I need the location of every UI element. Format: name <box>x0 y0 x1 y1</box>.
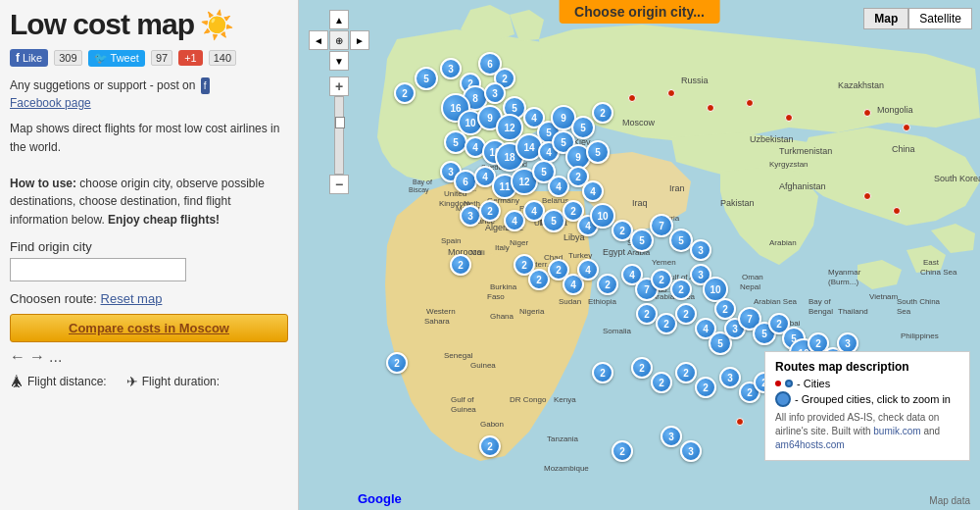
facebook-count: 309 <box>54 50 81 66</box>
gplus-count: 140 <box>209 50 236 66</box>
svg-text:Iraq: Iraq <box>632 198 648 208</box>
svg-text:Sea: Sea <box>897 307 911 316</box>
zoom-track[interactable] <box>334 96 344 175</box>
city-marker[interactable]: 3 <box>440 58 462 79</box>
svg-text:Yemen: Yemen <box>652 258 676 267</box>
city-marker[interactable]: 2 <box>670 279 692 300</box>
city-marker[interactable]: 5 <box>415 67 438 90</box>
city-dot[interactable] <box>736 418 744 426</box>
city-marker[interactable]: 5 <box>444 130 467 154</box>
city-marker[interactable]: 5 <box>571 116 595 139</box>
arrow-row: ← → ... <box>10 348 288 366</box>
city-marker[interactable]: 3 <box>690 239 711 261</box>
city-marker[interactable]: 2 <box>675 303 697 325</box>
map-controls: ▲ ◄ ⊕ ► ▼ + − <box>309 10 369 194</box>
map-type-map-button[interactable]: Map <box>863 8 908 29</box>
city-marker[interactable]: 4 <box>577 259 599 280</box>
flight-duration-item: ✈ Flight duration: <box>126 374 220 389</box>
pan-right-button[interactable]: ► <box>350 30 369 50</box>
svg-text:Burkina: Burkina <box>490 282 517 291</box>
city-marker[interactable]: 2 <box>592 362 613 383</box>
svg-text:Niger: Niger <box>510 238 528 247</box>
find-origin-label: Find origin city <box>10 239 288 254</box>
city-marker[interactable]: 2 <box>386 352 408 374</box>
city-dot[interactable] <box>893 207 901 215</box>
choose-origin-banner[interactable]: Choose origin city... <box>559 0 720 24</box>
svg-text:China: China <box>892 144 915 154</box>
city-marker[interactable]: 2 <box>651 372 672 393</box>
city-marker[interactable]: 2 <box>631 357 653 379</box>
city-dot[interactable] <box>863 192 871 200</box>
city-dot[interactable] <box>785 114 793 122</box>
city-dot[interactable] <box>628 94 636 102</box>
compare-costs-button[interactable]: Compare costs in Moscow <box>10 314 288 342</box>
pan-up-button[interactable]: ▲ <box>329 10 349 29</box>
svg-text:DR Congo: DR Congo <box>510 395 547 404</box>
city-marker[interactable]: 2 <box>651 269 672 290</box>
find-origin-input[interactable] <box>10 258 186 281</box>
city-marker[interactable]: 5 <box>586 140 610 164</box>
facebook-page-link[interactable]: Facebook page <box>10 96 91 110</box>
city-marker[interactable]: 3 <box>719 367 741 388</box>
city-marker[interactable]: 4 <box>548 176 569 197</box>
left-panel: Low cost map ☀️ f Like 309 🐦 Tweet 97 +1… <box>0 0 299 510</box>
pan-down-button[interactable]: ▼ <box>329 51 349 71</box>
legend-link2[interactable]: am64hosts.com <box>775 439 845 450</box>
svg-text:Egypt: Egypt <box>603 247 626 257</box>
svg-text:Sahara: Sahara <box>424 317 450 326</box>
svg-text:Thailand: Thailand <box>838 307 868 316</box>
city-marker[interactable]: 4 <box>504 210 525 231</box>
city-marker[interactable]: 3 <box>680 440 702 462</box>
city-marker[interactable]: 2 <box>636 303 658 325</box>
svg-text:Tanzania: Tanzania <box>547 434 579 443</box>
city-dot[interactable] <box>746 99 754 107</box>
city-marker[interactable]: 2 <box>675 362 697 383</box>
svg-text:Mozambique: Mozambique <box>544 464 589 473</box>
zoom-out-button[interactable]: − <box>329 175 349 194</box>
city-dot[interactable] <box>707 104 714 112</box>
svg-text:Mongolia: Mongolia <box>877 105 913 115</box>
city-marker[interactable]: 4 <box>582 180 604 202</box>
city-dot[interactable] <box>903 124 910 131</box>
zoom-thumb[interactable] <box>335 117 345 128</box>
legend-link1[interactable]: bumik.com <box>873 426 920 436</box>
svg-text:Nepal: Nepal <box>740 282 760 291</box>
city-dot[interactable] <box>863 109 871 117</box>
tweet-button[interactable]: 🐦 Tweet <box>88 50 145 67</box>
svg-text:Guinea: Guinea <box>451 405 476 414</box>
city-marker[interactable]: 2 <box>592 102 613 124</box>
pan-left-button[interactable]: ◄ <box>309 30 328 50</box>
city-marker[interactable]: 2 <box>479 200 501 222</box>
city-marker[interactable]: 2 <box>394 82 416 104</box>
city-marker[interactable]: 2 <box>450 254 471 276</box>
gplus-button[interactable]: +1 <box>178 50 203 66</box>
city-marker[interactable]: 2 <box>714 298 736 320</box>
city-marker[interactable]: 2 <box>597 274 618 295</box>
city-marker[interactable]: 7 <box>650 214 673 237</box>
city-marker[interactable]: 3 <box>460 205 481 227</box>
map-type-satellite-button[interactable]: Satellite <box>908 8 972 29</box>
right-arrow[interactable]: → <box>29 348 45 366</box>
svg-text:Guinea: Guinea <box>470 361 496 370</box>
city-marker[interactable]: 2 <box>528 269 550 290</box>
left-arrow[interactable]: ← <box>10 348 25 366</box>
city-marker[interactable]: 2 <box>612 440 633 462</box>
city-marker[interactable]: 2 <box>695 377 716 398</box>
map-area[interactable]: Moscow Kiev Russia Kazakhstan Mongolia C… <box>299 0 980 510</box>
city-marker[interactable]: 2 <box>656 313 677 334</box>
gplus-label: +1 <box>184 52 197 64</box>
svg-text:Kazakhstan: Kazakhstan <box>838 80 884 90</box>
reset-map-link[interactable]: Reset map <box>101 291 163 306</box>
svg-text:Iran: Iran <box>669 183 685 193</box>
facebook-like-button[interactable]: f Like <box>10 49 48 67</box>
city-dot[interactable] <box>667 89 675 97</box>
city-marker[interactable]: 10 <box>590 203 615 229</box>
city-marker[interactable]: 5 <box>630 229 654 252</box>
city-marker[interactable]: 3 <box>484 82 506 104</box>
chosen-route-text: Choosen route: Reset map <box>10 291 288 306</box>
svg-text:Turkmenistan: Turkmenistan <box>779 146 832 156</box>
svg-text:Kenya: Kenya <box>554 395 576 404</box>
zoom-in-button[interactable]: + <box>329 76 349 96</box>
city-marker[interactable]: 2 <box>479 435 501 457</box>
city-marker[interactable]: 3 <box>661 426 682 447</box>
